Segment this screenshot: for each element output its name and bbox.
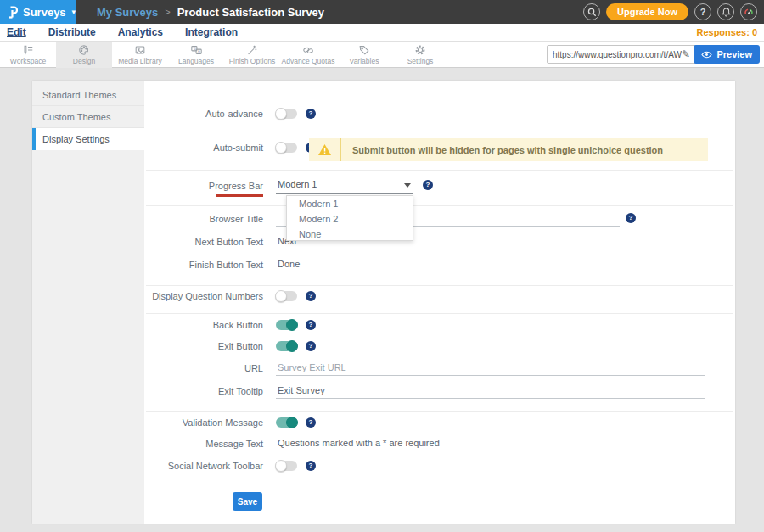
search-button[interactable] xyxy=(583,3,600,20)
chevron-down-icon: ▾ xyxy=(72,8,76,16)
browser-title-label: Browser Title xyxy=(134,214,263,224)
breadcrumb-survey-title: Product Satisfaction Survey xyxy=(177,6,324,19)
top-bar: Surveys ▾ My Surveys > Product Satisfact… xyxy=(0,0,764,24)
toolbar-item-finish-options[interactable]: Finish Options xyxy=(224,42,280,68)
exit-button-toggle[interactable] xyxy=(276,341,297,351)
survey-health-gauge-button[interactable] xyxy=(740,3,757,20)
breadcrumb-separator: > xyxy=(165,7,170,17)
responses-count[interactable]: Responses: 0 xyxy=(696,27,757,37)
help-icon[interactable]: ? xyxy=(306,417,316,428)
display-question-numbers-toggle[interactable] xyxy=(276,291,297,301)
notifications-bell-button[interactable] xyxy=(717,3,734,20)
svg-text:文: 文 xyxy=(193,47,197,51)
finish-button-text-input[interactable] xyxy=(276,258,413,272)
breadcrumb-my-surveys[interactable]: My Surveys xyxy=(97,6,158,19)
exit-url-input[interactable] xyxy=(276,361,705,376)
sidebar-item-standard-themes[interactable]: Standard Themes xyxy=(32,84,144,106)
toolbar-item-design[interactable]: Design xyxy=(56,42,112,68)
section-divider xyxy=(146,313,733,314)
validation-message-toggle[interactable] xyxy=(276,417,297,428)
auto-advance-label: Auto-advance xyxy=(134,109,263,119)
dropdown-option-modern-1[interactable]: Modern 1 xyxy=(287,196,413,211)
warning-message: Submit button will be hidden for pages w… xyxy=(352,145,663,155)
survey-url-field: ✎ xyxy=(547,45,701,64)
questionpro-logo-icon xyxy=(7,5,18,19)
message-text-label: Message Text xyxy=(134,439,263,449)
design-palette-icon xyxy=(78,44,90,56)
sidebar-item-display-settings[interactable]: Display Settings xyxy=(32,128,144,150)
product-switcher[interactable]: Surveys ▾ xyxy=(0,0,76,24)
progress-bar-label: Progress Bar xyxy=(134,181,263,191)
variables-tag-icon xyxy=(358,44,370,56)
toolbar-item-label: Media Library xyxy=(118,57,162,65)
social-network-toolbar-label: Social Network Toolbar xyxy=(134,461,263,471)
upgrade-now-button[interactable]: Upgrade Now xyxy=(606,3,688,20)
main-area: Standard Themes Custom Themes Display Se… xyxy=(0,68,764,532)
media-library-icon xyxy=(134,44,146,56)
svg-text:A: A xyxy=(197,49,200,53)
help-icon[interactable]: ? xyxy=(306,341,316,351)
help-icon[interactable]: ? xyxy=(306,109,316,119)
tab-edit[interactable]: Edit xyxy=(7,26,26,38)
languages-icon: 文A xyxy=(190,44,203,56)
toolbar-item-label: Design xyxy=(73,57,95,65)
eye-icon xyxy=(701,51,712,59)
display-settings-form: Auto-advance ? Auto-submit ? Submit butt… xyxy=(144,81,735,524)
themes-sidebar: Standard Themes Custom Themes Display Se… xyxy=(32,81,144,524)
help-icon[interactable]: ? xyxy=(306,461,316,471)
breadcrumb: My Surveys > Product Satisfaction Survey xyxy=(97,6,324,19)
help-button[interactable]: ? xyxy=(694,3,711,20)
section-divider xyxy=(146,411,733,412)
edit-url-pencil-icon[interactable]: ✎ xyxy=(682,48,690,60)
survey-nav-tabs: Edit Distribute Analytics Integration Re… xyxy=(0,24,764,42)
next-button-text-label: Next Button Text xyxy=(134,237,263,247)
help-icon[interactable]: ? xyxy=(306,291,316,301)
toolbar-item-media-library[interactable]: Media Library xyxy=(112,42,168,68)
toolbar-item-label: Variables xyxy=(350,57,379,65)
section-divider xyxy=(146,132,733,132)
exit-tooltip-label: Exit Tooltip xyxy=(134,386,263,396)
help-icon[interactable]: ? xyxy=(626,213,636,223)
sidebar-item-custom-themes[interactable]: Custom Themes xyxy=(32,106,144,128)
finish-button-text-label: Finish Button Text xyxy=(134,260,263,270)
finish-options-wand-icon xyxy=(246,44,258,56)
tab-analytics[interactable]: Analytics xyxy=(118,26,163,38)
advance-quotas-links-icon xyxy=(302,44,314,56)
toolbar-item-advance-quotas[interactable]: Advance Quotas xyxy=(280,42,336,68)
section-divider xyxy=(146,205,733,206)
dropdown-option-none[interactable]: None xyxy=(287,227,413,242)
section-divider xyxy=(146,285,733,286)
social-network-toolbar-toggle[interactable] xyxy=(276,461,297,471)
auto-advance-toggle[interactable] xyxy=(276,109,297,119)
message-text-input[interactable] xyxy=(276,437,705,451)
tab-integration[interactable]: Integration xyxy=(185,26,238,38)
dropdown-option-modern-2[interactable]: Modern 2 xyxy=(287,211,413,227)
exit-button-label: Exit Button xyxy=(134,341,263,351)
back-button-label: Back Button xyxy=(134,320,263,330)
help-icon[interactable]: ? xyxy=(306,320,316,330)
toolbar-item-settings[interactable]: Settings xyxy=(392,42,448,68)
select-caret-icon xyxy=(404,183,411,188)
exit-tooltip-input[interactable] xyxy=(276,384,705,399)
warning-triangle-icon xyxy=(317,143,332,156)
auto-submit-label: Auto-submit xyxy=(134,143,263,153)
toolbar-item-variables[interactable]: Variables xyxy=(336,42,392,68)
progress-bar-select[interactable]: Modern 1 xyxy=(276,176,413,194)
toolbar-item-label: Advance Quotas xyxy=(282,57,335,65)
back-button-toggle[interactable] xyxy=(276,320,297,330)
progress-bar-dropdown: Modern 1 Modern 2 None xyxy=(286,195,413,241)
workspace-icon xyxy=(22,44,34,56)
help-icon[interactable]: ? xyxy=(423,180,433,190)
progress-bar-annotation-underline xyxy=(216,194,263,197)
survey-url-input[interactable] xyxy=(548,50,682,59)
preview-button[interactable]: Preview xyxy=(694,45,760,64)
exit-url-label: URL xyxy=(134,363,263,373)
toolbar-item-workspace[interactable]: Workspace xyxy=(0,42,56,68)
auto-submit-toggle[interactable] xyxy=(276,143,297,153)
toolbar-item-languages[interactable]: 文A Languages xyxy=(168,42,224,68)
save-button[interactable]: Save xyxy=(233,492,262,511)
warning-divider xyxy=(340,138,341,161)
toolbar-item-label: Workspace xyxy=(10,57,46,65)
tab-distribute[interactable]: Distribute xyxy=(48,26,96,38)
display-settings-panel: Standard Themes Custom Themes Display Se… xyxy=(32,81,735,524)
